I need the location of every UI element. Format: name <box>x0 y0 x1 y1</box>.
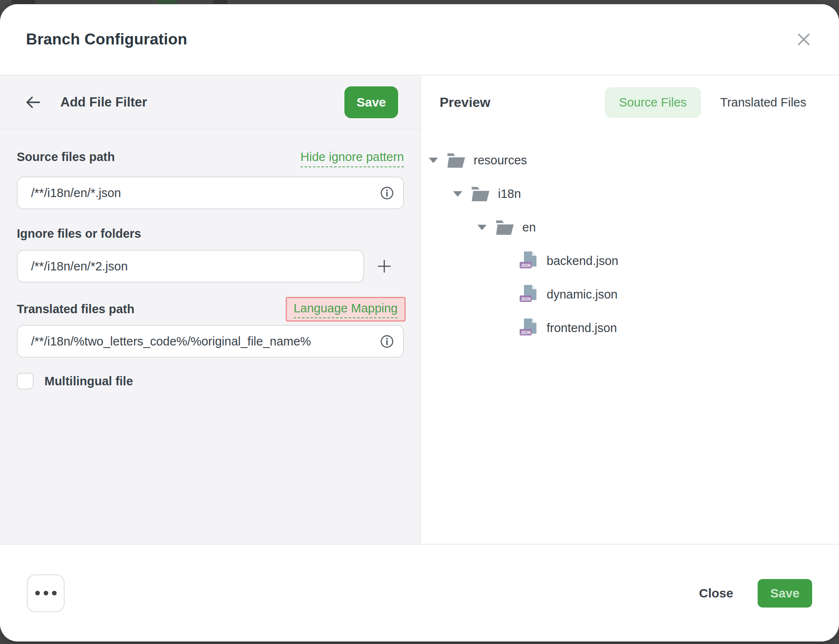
source-files-path-input[interactable] <box>31 186 374 200</box>
tree-node-label: resources <box>474 153 527 167</box>
close-icon <box>796 32 811 47</box>
file-filter-panel: Add File Filter Save Source files path H… <box>0 75 421 544</box>
tree-row[interactable]: JSON dynamic.json <box>429 278 839 311</box>
tree-row[interactable]: JSON backend.json <box>429 244 839 278</box>
ellipsis-icon <box>35 591 57 595</box>
save-filter-button[interactable]: Save <box>344 86 398 118</box>
tree-node-label: i18n <box>498 187 521 201</box>
language-mapping-highlight: Language Mapping <box>286 297 406 322</box>
source-files-path-field <box>17 177 404 209</box>
branch-configuration-dialog: Branch Configuration Add File Filter Sav… <box>0 4 839 641</box>
tree-node-label: backend.json <box>547 254 618 268</box>
tree-node-label: frontend.json <box>547 321 617 335</box>
add-ignore-pattern-button[interactable] <box>364 259 404 274</box>
json-file-icon: JSON <box>519 285 539 304</box>
tree-row[interactable]: JSON frontend.json <box>429 311 839 345</box>
svg-text:JSON: JSON <box>521 296 531 301</box>
folder-open-icon <box>446 152 466 169</box>
json-file-icon: JSON <box>519 251 539 271</box>
dialog-title: Branch Configuration <box>26 31 187 48</box>
hide-ignore-pattern-link[interactable]: Hide ignore pattern <box>300 150 404 167</box>
folder-open-icon <box>495 219 515 236</box>
caret-down-icon[interactable] <box>429 158 438 163</box>
tree-node-label: dynamic.json <box>547 288 618 301</box>
tab-translated-files[interactable]: Translated Files <box>720 96 806 109</box>
multilingual-file-checkbox[interactable] <box>17 373 34 390</box>
source-files-path-label: Source files path <box>17 150 115 164</box>
plus-icon <box>377 259 392 274</box>
more-options-button[interactable] <box>27 574 65 612</box>
multilingual-file-label: Multilingual file <box>44 374 133 388</box>
file-tree: resources i18n en JSON backend.json JSON… <box>421 129 839 345</box>
panel-title: Add File Filter <box>60 95 147 110</box>
tree-row[interactable]: resources <box>429 143 839 177</box>
language-mapping-link[interactable]: Language Mapping <box>294 301 398 318</box>
dialog-footer: Close Save <box>0 544 839 641</box>
json-file-icon: JSON <box>519 318 539 338</box>
translated-files-path-input[interactable] <box>31 335 374 348</box>
translated-files-path-field <box>17 325 404 358</box>
back-button[interactable] <box>25 96 41 109</box>
caret-down-icon[interactable] <box>453 191 462 197</box>
close-button[interactable]: Close <box>699 586 733 600</box>
tree-row[interactable]: i18n <box>429 177 839 210</box>
dialog-header: Branch Configuration <box>0 4 839 75</box>
background-artifact <box>213 0 227 4</box>
tree-node-label: en <box>522 221 536 234</box>
preview-header: Preview Source Files Translated Files <box>421 75 839 129</box>
dialog-body: Add File Filter Save Source files path H… <box>0 75 839 544</box>
file-filter-header: Add File Filter Save <box>0 75 421 129</box>
preview-panel: Preview Source Files Translated Files re… <box>421 75 839 544</box>
background-artifact <box>12 0 35 4</box>
folder-open-icon <box>471 185 490 202</box>
tree-row[interactable]: en <box>429 210 839 244</box>
ignore-pattern-field <box>17 250 364 283</box>
svg-text:JSON: JSON <box>521 330 531 335</box>
tab-source-files[interactable]: Source Files <box>605 87 701 118</box>
translated-files-path-label: Translated files path <box>17 302 134 316</box>
close-dialog-button[interactable] <box>795 30 813 49</box>
arrow-left-icon <box>25 96 41 109</box>
info-icon[interactable] <box>380 186 394 200</box>
preview-tabs: Source Files Translated Files <box>605 87 806 118</box>
preview-title: Preview <box>440 95 490 110</box>
ignore-pattern-input[interactable] <box>31 260 354 273</box>
background-artifact <box>158 0 177 4</box>
file-filter-form: Source files path Hide ignore pattern I <box>0 129 421 390</box>
caret-down-icon[interactable] <box>477 225 487 230</box>
ignore-files-label: Ignore files or folders <box>17 227 141 241</box>
svg-text:JSON: JSON <box>521 262 531 267</box>
save-button[interactable]: Save <box>758 579 812 608</box>
info-icon[interactable] <box>380 335 394 348</box>
